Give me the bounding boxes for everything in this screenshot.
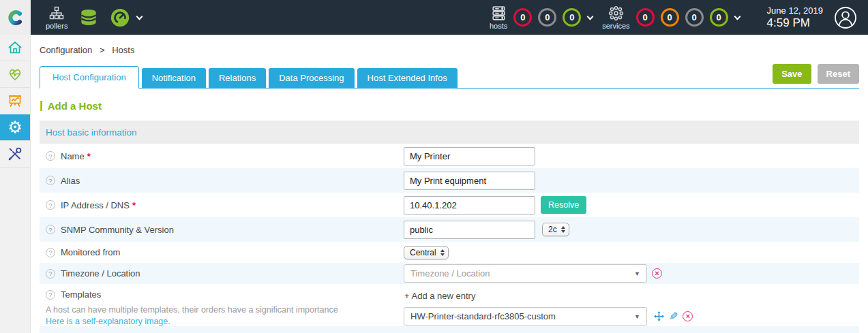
hosts-status-group: hosts 0 0 0 [490, 5, 593, 30]
title-bar-glyph: | [40, 99, 43, 112]
monitored-from-label: Monitored from [61, 247, 120, 257]
centreon-c-icon [7, 9, 25, 27]
required-marker: * [87, 151, 91, 161]
resolve-button[interactable]: Resolve [541, 196, 586, 214]
select-arrows-icon [440, 249, 445, 256]
help-icon[interactable]: ? [46, 269, 55, 279]
template-select[interactable]: HW-Printer-standard-rfc3805-custom ▼ [404, 307, 647, 326]
form-row-name: ? Name * [40, 144, 859, 168]
timezone-select[interactable]: Timezone / Location ▼ [404, 264, 647, 283]
sidebar-item-reporting[interactable] [0, 88, 30, 114]
form-row-templates: ? Templates A host can have multiple tem… [40, 284, 859, 326]
help-icon[interactable]: ? [46, 225, 55, 234]
templates-label: Templates [61, 289, 101, 300]
form-row-alias: ? Alias [40, 168, 859, 193]
date-text: June 12, 2019 [767, 5, 823, 16]
help-icon[interactable]: ? [46, 151, 55, 161]
database-button[interactable] [78, 7, 99, 28]
breadcrumb-hosts[interactable]: Hosts [112, 45, 134, 55]
main-content: Configuration > Hosts Host Configuration… [31, 35, 868, 333]
chevron-down-icon[interactable] [136, 13, 143, 20]
monitored-from-value: Central [410, 248, 436, 257]
tab-host-extended-infos[interactable]: Host Extended Infos [357, 68, 458, 88]
sidebar-item-monitoring[interactable] [0, 61, 30, 88]
hosts-icon [490, 5, 507, 22]
user-menu[interactable] [834, 6, 857, 29]
hosts-menu[interactable]: hosts [490, 5, 507, 30]
monitored-from-select[interactable]: Central [404, 246, 449, 259]
move-icon [653, 311, 665, 322]
user-avatar-icon [834, 6, 857, 29]
services-menu[interactable]: services [602, 5, 629, 30]
help-icon[interactable]: ? [46, 290, 55, 300]
breadcrumb-configuration[interactable]: Configuration [40, 45, 92, 55]
timezone-label: Timezone / Location [61, 268, 140, 279]
page-title-text: Add a Host [48, 100, 102, 112]
ip-address-label: IP Address / DNS [61, 200, 130, 210]
section-title: Host basic information [46, 127, 137, 138]
chart-board-icon [7, 93, 23, 109]
gauge-button[interactable] [110, 7, 130, 28]
services-badge-unknown[interactable]: 0 [685, 8, 704, 27]
hosts-badge-up[interactable]: 0 [563, 8, 581, 27]
name-input[interactable] [404, 147, 535, 165]
form-row-monitored-from: ? Monitored from Central [40, 242, 859, 263]
clear-timezone-icon[interactable]: × [652, 268, 662, 279]
section-host-basic-information: Host basic information [40, 121, 859, 144]
sidebar: ⚙ [0, 35, 31, 333]
help-icon[interactable]: ? [46, 248, 55, 257]
help-icon[interactable]: ? [46, 176, 55, 185]
page-title: | Add a Host [40, 99, 859, 112]
move-template-handle[interactable] [653, 311, 665, 322]
services-status-group: services 0 0 0 0 [602, 5, 739, 30]
delete-template-icon[interactable]: × [683, 311, 693, 321]
services-badge-critical[interactable]: 0 [636, 8, 655, 27]
services-badge-ok[interactable]: 0 [710, 8, 728, 27]
add-template-entry-link[interactable]: + Add a new entry [404, 291, 475, 301]
tab-data-processing[interactable]: Data Processing [269, 68, 354, 88]
database-icon [78, 7, 99, 28]
hosts-badge-unreachable[interactable]: 0 [538, 8, 556, 27]
pollers-button[interactable]: pollers [46, 5, 68, 30]
save-button[interactable]: Save [773, 64, 811, 84]
required-marker: * [132, 200, 136, 210]
tab-bar: Host Configuration Notification Relation… [40, 64, 859, 89]
chevron-down-icon[interactable] [587, 13, 594, 20]
snmp-label: SNMP Community & Version [61, 225, 174, 235]
services-label: services [602, 22, 629, 30]
services-icon [608, 5, 625, 22]
templates-help-link[interactable]: Here is a self-explanatory image. [46, 317, 170, 326]
clock: June 12, 2019 4:59 PM [767, 5, 823, 30]
top-bar: pollers [0, 0, 868, 35]
centreon-logo[interactable] [0, 0, 31, 35]
tab-host-configuration[interactable]: Host Configuration [40, 66, 139, 89]
sidebar-item-home[interactable] [0, 35, 30, 61]
chevron-down-icon[interactable] [734, 13, 740, 20]
form-row-snmp: ? SNMP Community & Version 2c [40, 217, 859, 242]
sidebar-item-configuration[interactable]: ⚙ [0, 114, 30, 141]
snmp-version-value: 2c [548, 225, 557, 234]
select-arrows-icon [561, 226, 565, 233]
name-label: Name [61, 151, 85, 161]
form-row-create-services: ? Create Services linked to the Template… [40, 326, 859, 333]
hosts-badge-down[interactable]: 0 [513, 8, 532, 27]
heartbeat-icon [7, 66, 23, 82]
alias-input[interactable] [404, 172, 535, 190]
help-icon[interactable]: ? [46, 200, 55, 210]
dropdown-arrow-icon: ▼ [634, 270, 640, 277]
edit-template-icon[interactable]: ✎ [669, 310, 678, 323]
tab-notification[interactable]: Notification [142, 68, 206, 88]
snmp-community-input[interactable] [404, 221, 535, 239]
pollers-label: pollers [46, 22, 68, 30]
ip-address-input[interactable] [404, 196, 535, 215]
reset-button[interactable]: Reset [818, 64, 859, 84]
services-badge-warning[interactable]: 0 [661, 8, 679, 27]
tools-icon [7, 146, 23, 162]
centreon-app: pollers [0, 0, 868, 333]
tab-relations[interactable]: Relations [209, 68, 266, 88]
sidebar-item-administration[interactable] [0, 141, 30, 168]
home-icon [7, 39, 23, 56]
time-text: 4:59 PM [767, 16, 823, 30]
snmp-version-select[interactable]: 2c [542, 223, 569, 236]
gear-icon: ⚙ [8, 119, 23, 136]
